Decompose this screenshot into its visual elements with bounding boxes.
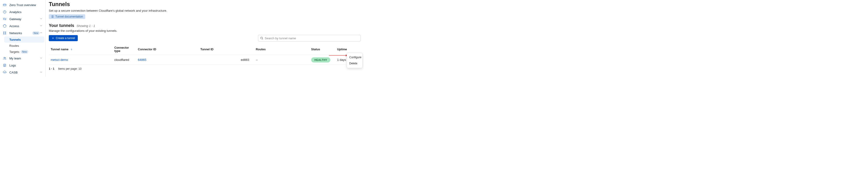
page-subtitle: Set up a secure connection between Cloud…	[49, 9, 361, 12]
new-badge: New	[32, 31, 40, 35]
svg-rect-3	[3, 18, 6, 20]
tunnel-name-link[interactable]: metsci-demo	[51, 58, 68, 61]
sidebar-subitem-label: Tunnels	[9, 38, 21, 42]
sidebar-item-label: Access	[9, 24, 40, 28]
section-title: Your tunnels	[49, 23, 74, 28]
sidebar-item-casb[interactable]: CASB	[0, 69, 45, 76]
col-routes[interactable]: Routes	[254, 44, 309, 55]
sidebar-item-label: Networks	[9, 31, 31, 35]
svg-point-23	[260, 37, 262, 39]
tunnels-table: Tunnel name Connector type Connector ID …	[49, 44, 361, 65]
cell-tunnel-id: ed883	[198, 55, 254, 65]
sort-asc-icon	[70, 48, 72, 51]
sidebar-item-label: Zero Trust overview	[9, 3, 42, 7]
menu-item-configure[interactable]: Configure	[347, 54, 362, 60]
col-connector-id[interactable]: Connector ID	[136, 44, 199, 55]
sidebar-nav: Zero Trust overview Analytics Gateway Ac…	[0, 0, 45, 77]
svg-rect-0	[3, 4, 6, 6]
sidebar-item-label: Gateway	[9, 17, 40, 21]
access-icon	[3, 24, 6, 28]
table-footer: 1 - 1 Items per page: 10	[49, 67, 361, 71]
sidebar-subnav-networks: Tunnels Routes Targets New	[0, 36, 45, 55]
sidebar-subitem-routes[interactable]: Routes	[9, 43, 45, 49]
col-status[interactable]: Status	[309, 44, 335, 55]
svg-point-7	[3, 32, 4, 32]
gateway-icon	[3, 17, 6, 21]
footer-per-page: Items per page: 10	[58, 67, 82, 71]
status-badge: HEALTHY	[311, 57, 331, 62]
section-showing: Showing 1 - 1	[76, 24, 95, 28]
create-tunnel-label: Create a tunnel	[56, 36, 75, 40]
sidebar-item-networks[interactable]: Networks New	[0, 29, 45, 36]
svg-point-15	[4, 57, 5, 58]
chevron-up-icon	[40, 31, 42, 35]
chevron-down-icon	[40, 71, 42, 74]
table-row: metsci-demo cloudflared 64865 ed883 -- H…	[49, 55, 361, 65]
toolbar: Create a tunnel	[49, 35, 361, 42]
table-header-row: Tunnel name Connector type Connector ID …	[49, 44, 361, 55]
sidebar-item-label: Analytics	[9, 10, 42, 14]
new-badge: New	[21, 50, 28, 54]
svg-point-10	[5, 34, 6, 34]
casb-icon	[3, 71, 6, 74]
networks-icon	[3, 31, 6, 35]
chevron-down-icon	[40, 17, 42, 21]
sidebar-subitem-tunnels[interactable]: Tunnels	[4, 36, 44, 43]
cell-routes: --	[254, 55, 309, 65]
section-header: Your tunnels Showing 1 - 1	[49, 23, 361, 28]
search-container	[258, 35, 361, 42]
create-tunnel-button[interactable]: Create a tunnel	[49, 35, 78, 41]
sidebar-subitem-label: Targets	[9, 50, 20, 54]
svg-point-16	[5, 57, 6, 58]
sidebar-subitem-label: Routes	[9, 44, 19, 48]
plus-icon	[52, 37, 54, 40]
connector-id-link[interactable]: 64865	[138, 58, 146, 61]
col-connector-type[interactable]: Connector type	[113, 44, 136, 55]
search-input[interactable]	[265, 36, 359, 40]
logs-icon	[3, 63, 6, 67]
clock-icon	[3, 10, 6, 14]
section-description: Manage the configurations of your existi…	[49, 29, 361, 32]
chevron-down-icon	[40, 57, 42, 60]
sidebar-item-label: My team	[9, 57, 40, 60]
doc-link[interactable]: Tunnel documentation	[49, 14, 85, 19]
sidebar-item-label: Logs	[9, 64, 42, 67]
footer-range: 1 - 1	[49, 67, 54, 71]
menu-item-delete[interactable]: Delete	[347, 60, 362, 67]
col-tunnel-name[interactable]: Tunnel name	[49, 44, 113, 55]
book-icon	[51, 15, 54, 18]
svg-point-8	[5, 32, 6, 32]
sidebar-item-overview[interactable]: Zero Trust overview	[0, 1, 45, 8]
sidebar-item-myteam[interactable]: My team	[0, 55, 45, 62]
sidebar-item-label: CASB	[9, 71, 40, 74]
team-icon	[3, 56, 6, 60]
sidebar-subitem-targets[interactable]: Targets New	[9, 49, 45, 55]
row-actions-menu: Configure Delete	[347, 53, 363, 68]
main-content: Tunnels Set up a secure connection betwe…	[45, 0, 364, 77]
cell-connector-type: cloudflared	[113, 55, 136, 65]
svg-line-24	[262, 38, 263, 39]
doc-link-label: Tunnel documentation	[55, 15, 83, 18]
svg-point-9	[3, 34, 4, 34]
card-icon	[3, 3, 6, 7]
page-title: Tunnels	[49, 1, 361, 7]
col-tunnel-id[interactable]: Tunnel ID	[198, 44, 254, 55]
sidebar-item-access[interactable]: Access	[0, 23, 45, 29]
sidebar-item-logs[interactable]: Logs	[0, 62, 45, 69]
search-icon	[260, 36, 264, 40]
sidebar-item-analytics[interactable]: Analytics	[0, 8, 45, 16]
chevron-down-icon	[40, 24, 42, 28]
sidebar-item-gateway[interactable]: Gateway	[0, 16, 45, 23]
